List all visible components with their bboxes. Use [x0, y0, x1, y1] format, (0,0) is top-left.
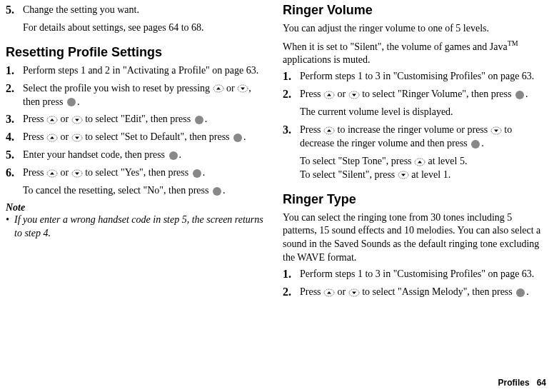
left-column: 5. Change the setting you want. For deta… — [6, 3, 270, 303]
volume-step-tone-hint: To select "Step Tone", press at level 5. — [300, 155, 546, 169]
text: Press — [300, 286, 323, 297]
ringer-volume-intro-2: When it is set to "Silent", the volume o… — [283, 39, 546, 67]
text: . — [205, 114, 208, 124]
svg-point-2 — [67, 98, 76, 106]
down-key-icon — [490, 126, 502, 135]
page-content: 5. Change the setting you want. For deta… — [0, 0, 559, 303]
step-number: 1. — [283, 70, 300, 84]
step-body: Press or to select "Set to Default", the… — [23, 131, 270, 144]
up-key-icon — [323, 126, 335, 135]
ok-key-icon — [66, 97, 77, 107]
step-body: Press or to select "Ringer Volume", then… — [300, 88, 546, 101]
ok-key-icon — [514, 90, 525, 100]
text: To select "Step Tone", press — [300, 156, 414, 166]
svg-point-13 — [213, 187, 221, 196]
svg-point-12 — [193, 169, 201, 178]
down-key-icon — [71, 169, 83, 178]
reset-step-4: 4. Press or to select "Set to Default", … — [6, 131, 270, 144]
reset-step-2: 2. Select the profile you wish to reset … — [6, 82, 270, 109]
note-text: If you enter a wrong handset code in ste… — [14, 213, 270, 241]
text: to select "Assign Melody", then press — [360, 286, 515, 297]
text: or — [335, 286, 348, 297]
type-step-1: 1. Perform steps 1 to 3 in "Customising … — [283, 268, 546, 281]
down-key-icon — [348, 91, 360, 99]
svg-point-16 — [515, 91, 524, 99]
text: When it is set to "Silent", the volume o… — [283, 41, 508, 52]
up-key-icon — [414, 158, 425, 166]
step-body: Perform steps 1 and 2 in "Activating a P… — [23, 64, 270, 78]
step-5-detail: For details about settings, see pages 64… — [23, 21, 270, 35]
text: . — [223, 185, 226, 196]
footer-section-label: Profiles — [498, 378, 530, 388]
volume-step-2: 2. Press or to select "Ringer Volume", t… — [283, 88, 546, 101]
down-key-icon — [348, 288, 360, 297]
reset-step-3: 3. Press or to select "Edit", then press… — [6, 113, 270, 126]
volume-step-2-detail: The current volume level is displayed. — [300, 106, 546, 119]
svg-point-8 — [233, 134, 242, 142]
step-number: 2. — [283, 286, 300, 299]
heading-ringer-volume: Ringer Volume — [283, 3, 546, 18]
text: or — [58, 114, 71, 124]
step-body: Enter your handset code, then press . — [23, 149, 270, 162]
step-body: Change the setting you want. — [23, 4, 270, 17]
heading-resetting-profile-settings: Resetting Profile Settings — [6, 45, 270, 60]
text: Press — [23, 114, 46, 124]
text: Press — [23, 167, 46, 178]
text: at level 5. — [425, 156, 467, 166]
step-number: 1. — [6, 64, 23, 78]
step-number: 5. — [6, 4, 23, 17]
text: to select "Edit", then press — [83, 114, 193, 124]
step-body: Select the profile you wish to reset by … — [23, 82, 270, 109]
text: To cancel the resetting, select "No", th… — [23, 185, 211, 196]
reset-step-5: 5. Enter your handset code, then press . — [6, 149, 270, 162]
step-body: Press or to select "Yes", then press . — [23, 166, 270, 180]
text: Press — [23, 131, 46, 142]
text: . — [77, 96, 80, 107]
volume-silent-hint: To select "Silent", press at level 1. — [300, 169, 546, 182]
up-key-icon — [46, 134, 58, 142]
step-number: 1. — [283, 268, 300, 281]
text: Press — [300, 124, 323, 135]
text: or — [224, 83, 238, 94]
ok-key-icon — [168, 151, 179, 161]
ok-key-icon — [515, 288, 526, 298]
step-number: 5. — [6, 149, 23, 162]
volume-step-3: 3. Press to increase the ringer volume o… — [283, 124, 546, 151]
reset-step-1: 1. Perform steps 1 and 2 in "Activating … — [6, 64, 270, 78]
step-number: 2. — [283, 88, 300, 101]
up-key-icon — [323, 288, 335, 297]
svg-point-9 — [169, 151, 178, 160]
footer-page-number: 64 — [537, 378, 546, 388]
step-body: Perform steps 1 to 3 in "Customising Pro… — [300, 268, 546, 281]
reset-step-6: 6. Press or to select "Yes", then press … — [6, 166, 270, 180]
text: . — [525, 89, 528, 99]
down-key-icon — [398, 171, 409, 179]
text: . — [526, 286, 529, 297]
note-body: • If you enter a wrong handset code in s… — [6, 213, 270, 241]
text: Press — [300, 89, 323, 99]
step-number: 3. — [283, 124, 300, 151]
text: . — [179, 149, 182, 160]
text: to select "Yes", then press — [83, 167, 191, 178]
text: to select "Set to Default", then press — [83, 131, 232, 142]
up-key-icon — [213, 84, 224, 93]
text: or — [335, 89, 348, 99]
text: at level 1. — [409, 169, 450, 180]
step-number: 3. — [6, 113, 23, 126]
text: to increase the ringer volume or press — [335, 124, 490, 135]
svg-point-19 — [471, 140, 480, 149]
ok-key-icon — [211, 186, 223, 196]
step-number: 2. — [6, 82, 23, 109]
text: To select "Silent", press — [300, 169, 398, 180]
step-body: Press or to select "Assign Melody", then… — [300, 286, 546, 299]
down-key-icon — [71, 116, 83, 124]
heading-ringer-type: Ringer Type — [283, 192, 546, 207]
up-key-icon — [323, 91, 335, 99]
page-footer: Profiles 64 — [498, 378, 546, 388]
right-column: Ringer Volume You can adjust the ringer … — [283, 3, 546, 303]
text: Enter your handset code, then press — [23, 149, 168, 160]
up-key-icon — [46, 169, 58, 178]
trademark: TM — [508, 39, 518, 47]
svg-point-5 — [195, 116, 203, 124]
ok-key-icon — [191, 169, 203, 179]
